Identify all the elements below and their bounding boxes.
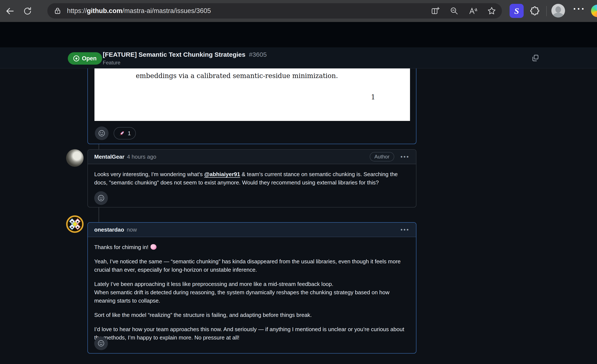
- url-path: /mastra-ai/mastra/issues/3605: [122, 7, 211, 15]
- url-scheme: https://: [67, 7, 87, 15]
- comment-menu-icon[interactable]: •••: [401, 154, 409, 159]
- comment-menu-icon[interactable]: •••: [401, 227, 409, 232]
- sider-extension-icon[interactable]: S: [510, 4, 524, 18]
- author-badge: Author: [370, 152, 394, 161]
- extensions-puzzle-icon[interactable]: [529, 6, 540, 17]
- comment-author[interactable]: MentalGear: [94, 154, 125, 160]
- brain-emoji: [150, 244, 157, 250]
- add-reaction-button[interactable]: [94, 191, 108, 205]
- timeline-connector: [99, 207, 99, 222]
- comment-text: Yeah, I’ve noticed the same — “semantic …: [94, 257, 408, 274]
- back-icon[interactable]: [3, 4, 17, 19]
- comment-onestardao: onestardao now ••• Thanks for chiming in…: [87, 222, 416, 354]
- add-reaction-button[interactable]: [95, 127, 109, 140]
- comment-header: onestardao now •••: [88, 223, 416, 237]
- comment-timestamp[interactable]: 4 hours ago: [127, 154, 156, 160]
- url-text: https://github.com/mastra-ai/mastra/issu…: [67, 7, 426, 15]
- copy-link-icon[interactable]: [530, 52, 541, 63]
- notification-banner: ← Back to notifications Done Unsubscribe…: [0, 22, 597, 47]
- browser-menu-icon[interactable]: ···: [573, 3, 585, 15]
- attachment-page-number: 1: [371, 93, 375, 101]
- comment-body: Looks very interesting, I'm wondering wh…: [88, 164, 416, 187]
- browser-profile-avatar[interactable]: [551, 4, 565, 17]
- issue-body-comment: embeddings via a calibrated semantic-res…: [87, 68, 416, 144]
- avatar-head-shape: [555, 6, 561, 13]
- reaction-count: 1: [128, 130, 131, 137]
- issue-state-badge: Open: [68, 52, 102, 65]
- comment-header: MentalGear 4 hours ago Author •••: [88, 150, 416, 164]
- github-issue-page: https://github.com/mastra-ai/mastra/issu…: [0, 0, 597, 364]
- comment-text: I’d love to hear how your team approache…: [94, 325, 408, 342]
- zoom-out-icon[interactable]: [449, 6, 459, 16]
- toolbar-divider: [546, 6, 547, 16]
- favorites-star-icon[interactable]: [487, 6, 496, 16]
- read-aloud-icon[interactable]: [468, 6, 478, 16]
- browser-toolbar: https://github.com/mastra-ai/mastra/issu…: [0, 0, 597, 22]
- comment-author[interactable]: onestardao: [94, 226, 124, 233]
- issue-header: Open [FEATURE] Semantic Text Chunking St…: [0, 47, 597, 68]
- comment-text: Thanks for chiming in!: [94, 244, 148, 250]
- comment-text: Looks very interesting, I'm wondering wh…: [94, 171, 204, 177]
- refresh-icon[interactable]: [20, 4, 35, 19]
- timeline-connector: [99, 144, 99, 150]
- smiley-icon: [97, 339, 105, 347]
- attachment-image[interactable]: embeddings via a calibrated semantic-res…: [94, 68, 410, 121]
- rocket-icon: [119, 130, 125, 136]
- issue-title: [FEATURE] Semantic Text Chunking Strateg…: [103, 51, 245, 58]
- copilot-icon[interactable]: [591, 5, 597, 17]
- lock-icon[interactable]: [53, 6, 62, 16]
- url-host: github.com: [87, 7, 122, 15]
- rocket-reaction-button[interactable]: 1: [114, 127, 136, 139]
- comment-text: Lately I’ve been approaching it less lik…: [94, 280, 408, 305]
- avatar-onestardao[interactable]: [66, 215, 84, 233]
- issue-number: #3605: [249, 51, 267, 58]
- issue-label-feature: Feature: [103, 60, 120, 66]
- comment-timestamp[interactable]: now: [127, 226, 137, 233]
- avatar-mentalgear[interactable]: [66, 149, 84, 167]
- add-reaction-button[interactable]: [94, 336, 108, 350]
- comment-text: Sort of like the model “realizing” the s…: [94, 311, 408, 319]
- mention-link[interactable]: @abhiaiyer91: [204, 171, 240, 177]
- issue-open-icon: [73, 55, 79, 61]
- attachment-text: embeddings via a calibrated semantic-res…: [136, 72, 338, 79]
- smiley-icon: [98, 129, 106, 137]
- split-screen-icon[interactable]: [431, 6, 440, 16]
- comment-mentalgear: MentalGear 4 hours ago Author ••• Looks …: [87, 149, 416, 207]
- comment-body: Thanks for chiming in! Yeah, I’ve notice…: [88, 237, 416, 342]
- avatar-torso-shape: [553, 13, 564, 17]
- address-bar[interactable]: https://github.com/mastra-ai/mastra/issu…: [47, 3, 502, 19]
- smiley-icon: [97, 194, 105, 202]
